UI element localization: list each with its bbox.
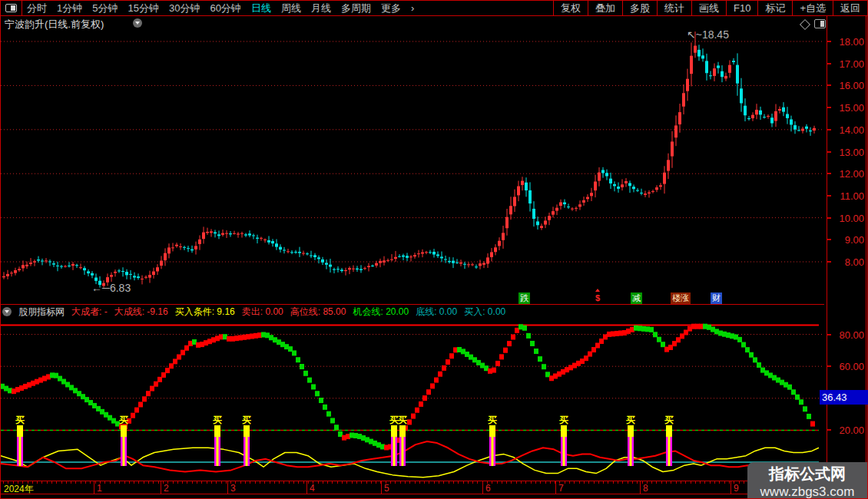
watermark-url: www.zbgs3.com	[747, 484, 867, 499]
time-tick	[628, 481, 628, 484]
time-tick	[274, 481, 275, 484]
period-menu-item[interactable]: 分时	[27, 2, 47, 15]
time-tick	[3, 481, 4, 484]
time-tick	[216, 481, 217, 484]
time-tick	[695, 481, 696, 484]
month-label: 6	[485, 483, 491, 494]
month-label: 2	[164, 483, 169, 494]
indicator-header-item: 底线: 0.00	[416, 306, 457, 319]
diamond-icon[interactable]	[800, 19, 810, 30]
time-tick	[458, 481, 459, 484]
watermark-title: 指标公式网	[747, 464, 867, 484]
time-tick	[138, 481, 139, 484]
time-tick	[37, 481, 38, 484]
indicator-header-item: 买入条件: 9.16	[175, 306, 235, 319]
time-tick	[85, 481, 86, 484]
period-menu-item[interactable]: 月线	[311, 2, 331, 15]
time-tick	[323, 481, 323, 484]
svg-text:买: 买	[559, 415, 568, 425]
time-tick	[28, 481, 28, 484]
time-tick	[540, 481, 541, 484]
time-tick	[192, 481, 193, 484]
period-menu-item[interactable]: 15分钟	[128, 2, 158, 15]
tool-menu-item[interactable]: 返回	[833, 1, 867, 15]
tool-menu-item[interactable]: 叠加	[588, 1, 622, 15]
time-tick	[221, 481, 222, 484]
time-tick	[569, 481, 570, 484]
time-tick	[511, 481, 512, 484]
tool-menu-item[interactable]: 画线	[691, 1, 726, 15]
month-separator	[161, 481, 161, 494]
time-tick	[148, 481, 149, 484]
time-tick	[637, 481, 638, 484]
month-label: 9	[734, 483, 739, 494]
indicator-header-item: 卖出: 0.00	[242, 306, 283, 319]
time-tick	[545, 481, 546, 484]
axis-divider	[827, 16, 827, 493]
time-tick	[497, 481, 498, 484]
time-tick	[197, 481, 197, 484]
time-axis[interactable]: 2024年 123456789	[1, 481, 867, 494]
time-tick	[656, 481, 657, 484]
tool-menu-item[interactable]: 复权	[553, 1, 588, 15]
event-flag: $	[594, 292, 601, 304]
time-tick	[352, 481, 353, 484]
current-value-tag: 36.43	[820, 390, 868, 405]
month-label: 3	[230, 483, 236, 494]
right-border	[866, 16, 866, 493]
chevron-down-icon[interactable]	[133, 18, 142, 28]
low-arrow-icon: ←─	[91, 282, 110, 294]
time-tick	[477, 481, 478, 484]
time-tick	[434, 481, 435, 484]
time-tick	[207, 481, 207, 484]
layout-icon	[5, 4, 17, 12]
time-tick	[739, 481, 740, 484]
time-tick	[666, 481, 667, 484]
month-separator	[381, 481, 382, 494]
time-tick	[506, 481, 507, 484]
period-menu-item[interactable]: 5分钟	[92, 2, 118, 15]
time-tick	[56, 481, 57, 484]
time-tick	[95, 481, 96, 484]
time-tick	[110, 481, 111, 484]
period-menu-item[interactable]: 30分钟	[169, 2, 200, 15]
tool-menu-item[interactable]: F10	[726, 1, 757, 15]
time-tick	[211, 481, 212, 484]
main-kline-chart[interactable]	[1, 30, 824, 305]
time-tick	[90, 481, 91, 484]
layout-button[interactable]	[1, 1, 22, 15]
time-tick	[8, 481, 8, 484]
price-axis-label: 17.00	[829, 58, 864, 70]
time-tick	[535, 481, 536, 484]
time-tick	[681, 481, 681, 484]
period-menu-item[interactable]: 更多	[381, 2, 401, 15]
event-flag: 楼涨	[671, 292, 691, 304]
chevron-down-icon[interactable]	[2, 307, 12, 316]
tool-menu-item[interactable]: 多股	[622, 1, 657, 15]
split-panel-icon[interactable]	[814, 19, 826, 28]
tool-menu-item[interactable]: 标记	[757, 1, 792, 15]
indicator-chart[interactable]: 买买买买买买买买买买	[1, 317, 824, 481]
time-tick	[415, 481, 416, 484]
time-tick	[453, 481, 454, 484]
month-label: 7	[558, 483, 564, 494]
price-axis-label: 15.00	[829, 102, 864, 114]
time-tick	[18, 481, 18, 484]
period-menu-item[interactable]: 1分钟	[57, 2, 82, 15]
month-separator	[227, 481, 228, 494]
period-menu: 分时1分钟5分钟15分钟30分钟60分钟日线周线月线多周期更多›	[27, 1, 414, 15]
period-menu-item[interactable]: 多周期	[341, 2, 371, 15]
time-tick	[618, 481, 618, 484]
period-menu-item[interactable]: 60分钟	[210, 2, 240, 15]
time-tick	[75, 481, 76, 484]
period-menu-item[interactable]: 周线	[281, 2, 301, 15]
period-menu-item[interactable]: 日线	[251, 2, 271, 15]
time-tick	[439, 481, 439, 484]
more-arrow-icon[interactable]: ›	[411, 2, 414, 14]
time-tick	[366, 481, 367, 484]
tool-menu-item[interactable]: 统计	[657, 1, 691, 15]
tool-menu-item[interactable]: +自选	[792, 1, 833, 15]
time-tick	[293, 481, 294, 484]
month-label: 4	[310, 483, 315, 494]
event-flag: 跌	[518, 292, 530, 304]
